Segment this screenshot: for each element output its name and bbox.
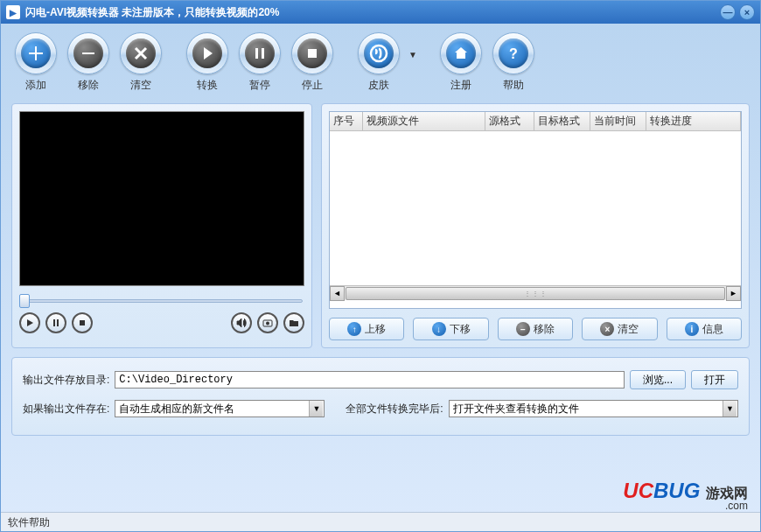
skin-label: 皮肤	[368, 78, 389, 93]
arrow-up-icon: ↑	[347, 322, 361, 336]
media-play-button[interactable]	[19, 312, 40, 333]
list-clear-button[interactable]: ×清空	[582, 318, 657, 340]
chevron-down-icon: ▼	[309, 401, 323, 416]
play-icon	[25, 318, 34, 327]
close-button[interactable]: ×	[739, 4, 755, 20]
snapshot-button[interactable]	[257, 312, 278, 333]
scroll-right-arrow[interactable]: ►	[726, 286, 741, 301]
svg-rect-6	[53, 319, 55, 326]
chevron-down-icon: ▼	[723, 401, 737, 416]
plus-icon	[27, 45, 45, 62]
move-up-button[interactable]: ↑上移	[329, 318, 404, 340]
stop-icon	[78, 318, 87, 327]
toolbar: 添加 移除 清空 转换 暂停 停止	[1, 24, 760, 98]
app-window: ▶ 闪电-AVI视频转换器 未注册版本，只能转换视频的20% — × 添加 移除…	[0, 0, 761, 532]
list-clear-label: 清空	[618, 322, 639, 337]
clear-button[interactable]	[120, 32, 162, 74]
video-preview	[19, 111, 304, 286]
info-label: 信息	[702, 322, 723, 337]
svg-point-10	[266, 322, 269, 326]
preview-panel	[11, 103, 312, 348]
register-label: 注册	[450, 78, 471, 93]
move-up-label: 上移	[365, 322, 386, 337]
exists-value: 自动生成相应的新文件名	[119, 402, 234, 416]
skin-button[interactable]	[358, 32, 400, 74]
convert-label: 转换	[197, 78, 218, 93]
info-button[interactable]: i信息	[667, 318, 742, 340]
after-label: 全部文件转换完毕后:	[346, 402, 443, 416]
output-dir-label: 输出文件存放目录:	[23, 373, 109, 388]
col-time[interactable]: 当前时间	[590, 112, 646, 130]
col-dst-fmt[interactable]: 目标格式	[534, 112, 590, 130]
col-seq[interactable]: 序号	[330, 112, 363, 130]
exists-select[interactable]: 自动生成相应的新文件名▼	[115, 400, 325, 417]
minus-icon: −	[516, 322, 530, 336]
x-icon: ×	[600, 322, 614, 336]
speaker-icon	[236, 318, 247, 327]
svg-rect-0	[82, 52, 94, 54]
scroll-left-arrow[interactable]: ◄	[330, 286, 345, 301]
browse-button[interactable]: 浏览...	[630, 370, 686, 389]
col-src-fmt[interactable]: 源格式	[485, 112, 534, 130]
svg-rect-3	[308, 49, 317, 58]
question-icon: ?	[505, 45, 522, 62]
stop-icon	[304, 45, 321, 62]
minus-icon	[80, 45, 97, 62]
pause-label: 暂停	[249, 78, 270, 93]
pause-button[interactable]	[239, 32, 281, 74]
horizontal-scrollbar[interactable]: ◄ ⋮⋮⋮ ►	[330, 285, 741, 300]
watermark: UCBUG 游戏网 .com	[623, 479, 748, 512]
play-icon	[199, 45, 216, 62]
after-value: 打开文件夹查看转换的文件	[453, 402, 579, 416]
info-icon: i	[685, 322, 699, 336]
volume-button[interactable]	[231, 312, 252, 333]
exists-label: 如果输出文件存在:	[23, 402, 109, 416]
list-remove-button[interactable]: −移除	[498, 318, 573, 340]
add-button[interactable]	[15, 32, 57, 74]
skin-icon	[369, 44, 388, 63]
svg-rect-2	[262, 48, 264, 59]
scroll-thumb[interactable]: ⋮⋮⋮	[346, 287, 725, 300]
output-dir-input[interactable]	[115, 371, 625, 388]
svg-rect-8	[80, 320, 85, 326]
open-button[interactable]: 打开	[691, 370, 738, 389]
add-label: 添加	[25, 78, 46, 93]
file-list-panel: 序号 视频源文件 源格式 目标格式 当前时间 转换进度 ◄ ⋮⋮⋮ ► ↑上移 …	[321, 103, 750, 348]
convert-button[interactable]	[186, 32, 228, 74]
minimize-button[interactable]: —	[720, 4, 736, 20]
move-down-label: 下移	[450, 322, 471, 337]
svg-rect-7	[57, 319, 59, 326]
statusbar: 软件帮助	[1, 512, 760, 531]
titlebar: ▶ 闪电-AVI视频转换器 未注册版本，只能转换视频的20% — ×	[1, 1, 760, 24]
window-title: 闪电-AVI视频转换器 未注册版本，只能转换视频的20%	[25, 5, 720, 20]
stop-button[interactable]	[291, 32, 333, 74]
help-button[interactable]: ?	[492, 32, 534, 74]
svg-rect-1	[255, 48, 258, 59]
camera-icon	[262, 318, 273, 327]
open-folder-button[interactable]	[283, 312, 304, 333]
skin-dropdown-arrow[interactable]: ▼	[408, 50, 417, 60]
file-table: 序号 视频源文件 源格式 目标格式 当前时间 转换进度 ◄ ⋮⋮⋮ ►	[329, 111, 742, 309]
seek-thumb[interactable]	[19, 294, 30, 308]
after-select[interactable]: 打开文件夹查看转换的文件▼	[449, 400, 738, 417]
arrow-down-icon: ↓	[432, 322, 446, 336]
col-progress[interactable]: 转换进度	[646, 112, 741, 130]
app-icon: ▶	[6, 5, 20, 19]
list-remove-label: 移除	[534, 322, 555, 337]
seek-slider[interactable]	[19, 293, 304, 309]
x-icon	[132, 45, 150, 62]
media-stop-button[interactable]	[72, 312, 93, 333]
pause-icon	[251, 45, 269, 62]
move-down-button[interactable]: ↓下移	[413, 318, 488, 340]
output-panel: 输出文件存放目录: 浏览... 打开 如果输出文件存在: 自动生成相应的新文件名…	[11, 357, 750, 436]
clear-label: 清空	[130, 78, 151, 93]
register-button[interactable]	[440, 32, 482, 74]
help-label: 帮助	[503, 78, 524, 93]
remove-button[interactable]	[67, 32, 109, 74]
table-body[interactable]	[330, 131, 741, 285]
folder-icon	[289, 318, 299, 327]
media-pause-button[interactable]	[45, 312, 66, 333]
svg-point-4	[371, 46, 387, 61]
col-source[interactable]: 视频源文件	[363, 112, 485, 130]
pause-icon	[52, 318, 60, 327]
